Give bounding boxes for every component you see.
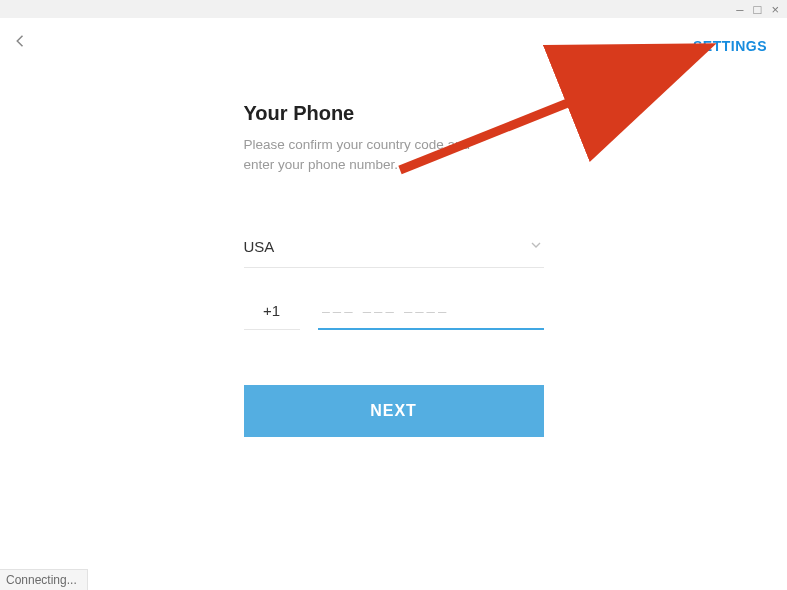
next-button[interactable]: NEXT: [244, 385, 544, 437]
dial-code-input[interactable]: [244, 296, 300, 330]
close-button[interactable]: ×: [771, 3, 779, 16]
page-title: Your Phone: [244, 102, 544, 125]
login-form: Your Phone Please confirm your country c…: [244, 102, 544, 437]
phone-row: [244, 296, 544, 330]
phone-number-input[interactable]: [318, 296, 544, 330]
window-titlebar: – □ ×: [0, 0, 787, 18]
back-button[interactable]: [12, 32, 30, 54]
status-bar: Connecting...: [0, 569, 88, 590]
country-select[interactable]: USA: [244, 231, 544, 268]
page-subtitle: Please confirm your country code and ent…: [244, 135, 544, 176]
country-name-label: USA: [244, 238, 275, 255]
app-header: SETTINGS: [0, 18, 787, 62]
subtitle-line-1: Please confirm your country code and: [244, 137, 471, 152]
subtitle-line-2: enter your phone number.: [244, 157, 399, 172]
arrow-left-icon: [12, 36, 30, 53]
settings-link[interactable]: SETTINGS: [693, 38, 767, 54]
maximize-button[interactable]: □: [754, 3, 762, 16]
chevron-down-icon: [528, 237, 544, 257]
minimize-button[interactable]: –: [736, 3, 743, 16]
